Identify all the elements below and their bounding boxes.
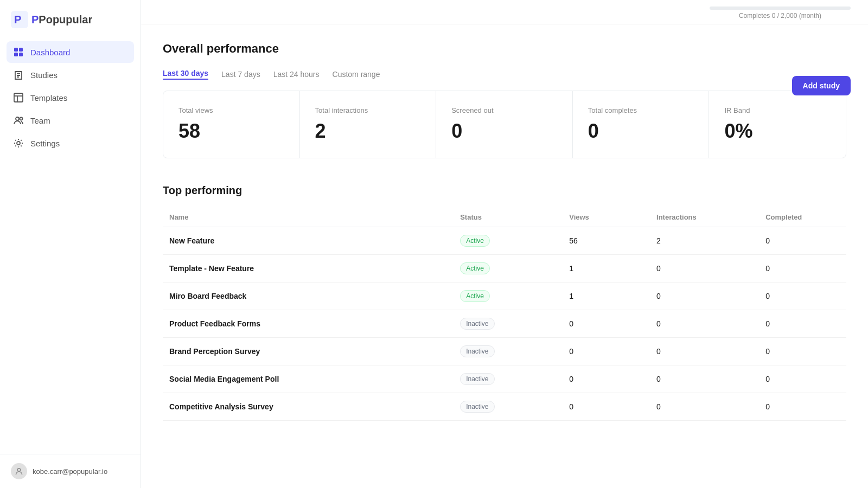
stat-label: Total completes xyxy=(588,106,694,114)
main-content: Completes 0 / 2,000 (month) Overall perf… xyxy=(141,0,868,488)
status-badge: Inactive xyxy=(460,345,494,357)
add-study-button[interactable]: Add study xyxy=(792,76,851,95)
time-filter-group: Last 30 days Last 7 days Last 24 hours C… xyxy=(163,69,846,80)
stat-screened-out: Screened out 0 xyxy=(436,91,573,158)
svg-point-7 xyxy=(16,117,19,120)
col-header-interactions: Interactions xyxy=(650,208,759,227)
svg-point-9 xyxy=(17,142,20,145)
filter-7-days[interactable]: Last 7 days xyxy=(221,70,260,79)
cell-status: Inactive xyxy=(454,365,563,393)
sidebar-item-templates[interactable]: Templates xyxy=(7,87,134,108)
sidebar-item-settings[interactable]: Settings xyxy=(7,132,134,154)
user-footer: kobe.carr@popupular.io xyxy=(0,454,141,488)
sidebar-item-label: Settings xyxy=(30,139,60,148)
user-email: kobe.carr@popupular.io xyxy=(33,467,107,476)
cell-completed: 0 xyxy=(759,365,846,393)
sidebar-item-dashboard[interactable]: Dashboard xyxy=(7,41,134,63)
col-header-views: Views xyxy=(563,208,650,227)
cell-interactions: 0 xyxy=(650,282,759,310)
table-body: New Feature Active 56 2 0 Template - New… xyxy=(163,227,846,421)
cell-views: 0 xyxy=(563,310,650,338)
top-performing-title: Top performing xyxy=(163,184,846,197)
cell-interactions: 0 xyxy=(650,310,759,338)
cell-name: Template - New Feature xyxy=(163,255,454,282)
table-row[interactable]: Social Media Engagement Poll Inactive 0 … xyxy=(163,365,846,393)
stat-total-interactions: Total interactions 2 xyxy=(300,91,437,158)
status-badge: Active xyxy=(460,290,490,302)
performance-table: Name Status Views Interactions Completed… xyxy=(163,208,846,421)
sidebar-item-label: Studies xyxy=(30,70,58,80)
svg-rect-2 xyxy=(14,48,18,52)
cell-interactions: 0 xyxy=(650,255,759,282)
table-row[interactable]: New Feature Active 56 2 0 xyxy=(163,227,846,255)
stat-ir-band: IR Band 0% xyxy=(709,91,846,158)
avatar xyxy=(11,463,27,479)
logo: P PPopupular xyxy=(0,0,141,37)
table-header: Name Status Views Interactions Completed xyxy=(163,208,846,227)
cell-completed: 0 xyxy=(759,227,846,255)
progress-label: Completes 0 / 2,000 (month) xyxy=(739,12,821,20)
cell-interactions: 0 xyxy=(650,338,759,365)
logo-icon: P xyxy=(11,11,28,28)
templates-icon xyxy=(13,92,24,103)
cell-completed: 0 xyxy=(759,393,846,421)
filter-24-hours[interactable]: Last 24 hours xyxy=(273,70,320,79)
cell-interactions: 2 xyxy=(650,227,759,255)
content-area: Overall performance Last 30 days Last 7 … xyxy=(141,24,868,438)
stat-label: Total interactions xyxy=(315,106,421,114)
cell-name: Miro Board Feedback xyxy=(163,282,454,310)
svg-rect-4 xyxy=(14,53,18,56)
cell-completed: 0 xyxy=(759,282,846,310)
status-badge: Inactive xyxy=(460,401,494,413)
stat-value: 0 xyxy=(451,120,557,143)
table-row[interactable]: Product Feedback Forms Inactive 0 0 0 xyxy=(163,310,846,338)
stat-label: IR Band xyxy=(724,106,831,114)
stat-label: Total views xyxy=(178,106,284,114)
sidebar: P PPopupular Dashboard Studies xyxy=(0,0,141,488)
cell-views: 56 xyxy=(563,227,650,255)
table-row[interactable]: Template - New Feature Active 1 0 0 xyxy=(163,255,846,282)
stat-value: 0% xyxy=(724,120,831,143)
cell-status: Inactive xyxy=(454,310,563,338)
col-header-name: Name xyxy=(163,208,454,227)
status-badge: Active xyxy=(460,262,490,274)
stat-total-completes: Total completes 0 xyxy=(573,91,710,158)
col-header-status: Status xyxy=(454,208,563,227)
cell-views: 0 xyxy=(563,393,650,421)
cell-completed: 0 xyxy=(759,310,846,338)
filter-custom-range[interactable]: Custom range xyxy=(333,70,380,79)
stat-value: 0 xyxy=(588,120,694,143)
table-row[interactable]: Brand Perception Survey Inactive 0 0 0 xyxy=(163,338,846,365)
stats-cards: Total views 58 Total interactions 2 Scre… xyxy=(163,91,846,158)
progress-area: Completes 0 / 2,000 (month) xyxy=(710,7,851,20)
page-title: Overall performance xyxy=(163,42,846,56)
svg-point-8 xyxy=(20,118,23,120)
cell-status: Inactive xyxy=(454,338,563,365)
sidebar-item-label: Team xyxy=(30,116,50,125)
cell-status: Inactive xyxy=(454,393,563,421)
svg-rect-6 xyxy=(14,93,23,102)
cell-interactions: 0 xyxy=(650,393,759,421)
table-row[interactable]: Miro Board Feedback Active 1 0 0 xyxy=(163,282,846,310)
status-badge: Inactive xyxy=(460,318,494,330)
cell-views: 1 xyxy=(563,255,650,282)
table-row[interactable]: Competitive Analysis Survey Inactive 0 0… xyxy=(163,393,846,421)
studies-icon xyxy=(13,69,24,80)
app-name: PPopupular xyxy=(31,14,92,26)
cell-name: Competitive Analysis Survey xyxy=(163,393,454,421)
sidebar-item-label: Templates xyxy=(30,93,67,102)
sidebar-nav: Dashboard Studies Templates T xyxy=(0,37,141,454)
sidebar-item-studies[interactable]: Studies xyxy=(7,64,134,86)
team-icon xyxy=(13,115,24,126)
cell-completed: 0 xyxy=(759,255,846,282)
filter-30-days[interactable]: Last 30 days xyxy=(163,69,208,80)
cell-status: Active xyxy=(454,227,563,255)
settings-icon xyxy=(13,138,24,149)
progress-track xyxy=(710,7,851,10)
svg-point-10 xyxy=(17,468,21,472)
sidebar-item-team[interactable]: Team xyxy=(7,110,134,131)
cell-completed: 0 xyxy=(759,338,846,365)
dashboard-icon xyxy=(13,47,24,57)
cell-interactions: 0 xyxy=(650,365,759,393)
cell-status: Active xyxy=(454,255,563,282)
